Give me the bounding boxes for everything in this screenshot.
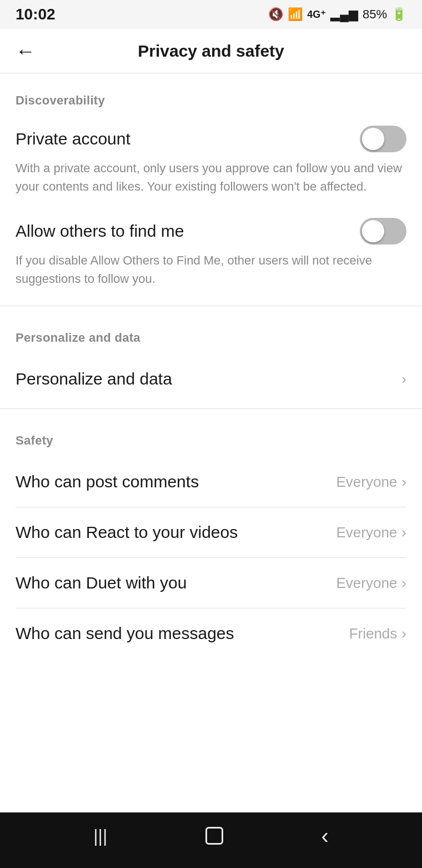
back-nav-icon: ‹ [321, 824, 328, 849]
back-arrow-icon: ← [16, 41, 36, 61]
who-can-comment-row[interactable]: Who can post comments Everyone › [0, 457, 422, 507]
signal-icon: ▂▄▆ [330, 7, 358, 22]
home-icon [205, 827, 223, 845]
wifi-icon: 📶 [288, 7, 303, 22]
who-can-comment-right: Everyone › [336, 473, 406, 491]
personalize-data-label: Personalize and data [16, 370, 172, 388]
divider-1 [0, 306, 422, 306]
personalize-data-right: › [401, 371, 406, 388]
bottom-nav-bar: ||| ‹ [0, 812, 422, 868]
allow-others-top: Allow others to find me [16, 218, 406, 245]
who-can-duet-value: Everyone [336, 575, 397, 592]
who-can-duet-row[interactable]: Who can Duet with you Everyone › [0, 558, 422, 608]
status-icons: 🔇 📶 4G⁺ ▂▄▆ 85% 🔋 [268, 7, 406, 22]
who-can-comment-label: Who can post comments [16, 472, 199, 491]
recent-apps-button[interactable]: ||| [93, 826, 107, 846]
allow-others-description: If you disable Allow Others to Find Me, … [16, 253, 372, 286]
private-account-description: With a private account, only users you a… [16, 161, 402, 193]
back-button[interactable]: ← [16, 41, 36, 61]
who-can-duet-label: Who can Duet with you [16, 573, 187, 592]
status-time: 10:02 [16, 6, 56, 23]
mute-icon: 🔇 [268, 7, 283, 22]
private-account-toggle[interactable] [360, 126, 406, 152]
who-can-message-label: Who can send you messages [16, 624, 234, 643]
who-can-message-value: Friends [349, 625, 398, 642]
battery-icon: 🔋 [391, 7, 406, 22]
who-can-message-row[interactable]: Who can send you messages Friends › [0, 608, 422, 659]
content-area: Discoverability Private account With a p… [0, 73, 422, 812]
personalize-chevron-icon: › [401, 371, 406, 388]
battery-level: 85% [363, 7, 387, 22]
who-can-comment-chevron-icon: › [401, 473, 406, 491]
back-nav-button[interactable]: ‹ [321, 824, 328, 849]
page-header: ← Privacy and safety [0, 29, 422, 73]
who-can-duet-right: Everyone › [336, 575, 406, 592]
who-can-comment-value: Everyone [336, 473, 397, 491]
safety-section-header: Safety [0, 413, 422, 457]
personalize-section-header: Personalize and data [0, 311, 422, 354]
who-can-react-value: Everyone [336, 524, 397, 541]
who-can-message-chevron-icon: › [401, 625, 406, 642]
allow-others-row: Allow others to find me If you disable A… [0, 209, 422, 301]
who-can-react-row[interactable]: Who can React to your videos Everyone › [0, 507, 422, 557]
recent-apps-icon: ||| [93, 826, 107, 846]
page-title: Privacy and safety [138, 42, 284, 61]
private-account-label: Private account [16, 129, 130, 148]
lte-icon: 4G⁺ [307, 8, 326, 21]
who-can-duet-chevron-icon: › [401, 575, 406, 592]
who-can-message-right: Friends › [349, 625, 406, 642]
personalize-data-row[interactable]: Personalize and data › [0, 354, 422, 404]
status-bar: 10:02 🔇 📶 4G⁺ ▂▄▆ 85% 🔋 [0, 0, 422, 29]
private-account-row: Private account With a private account, … [0, 117, 422, 209]
allow-others-label: Allow others to find me [16, 222, 184, 241]
home-button[interactable] [205, 827, 223, 845]
allow-others-toggle[interactable] [360, 218, 406, 245]
discoverability-section-header: Discoverability [0, 73, 422, 117]
who-can-react-label: Who can React to your videos [16, 523, 238, 542]
who-can-react-right: Everyone › [336, 524, 406, 541]
divider-2 [0, 408, 422, 409]
private-account-top: Private account [16, 126, 406, 152]
who-can-react-chevron-icon: › [401, 524, 406, 541]
